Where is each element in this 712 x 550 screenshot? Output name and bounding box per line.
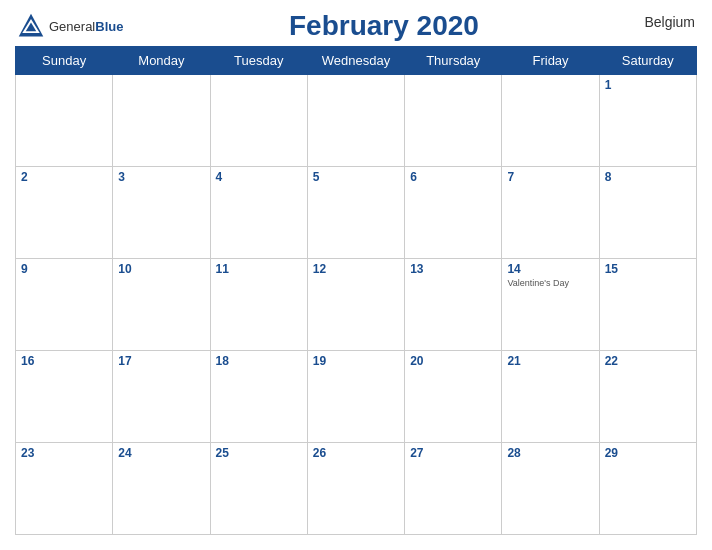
day-number: 29 <box>605 446 691 460</box>
day-number: 6 <box>410 170 496 184</box>
day-number: 17 <box>118 354 204 368</box>
calendar-cell <box>307 75 404 167</box>
day-number: 9 <box>21 262 107 276</box>
calendar-cell: 23 <box>16 443 113 535</box>
day-number: 3 <box>118 170 204 184</box>
calendar-cell: 11 <box>210 259 307 351</box>
weekday-header-sunday: Sunday <box>16 47 113 75</box>
calendar-cell: 18 <box>210 351 307 443</box>
week-row-3: 91011121314Valentine's Day15 <box>16 259 697 351</box>
calendar-cell: 17 <box>113 351 210 443</box>
day-number: 1 <box>605 78 691 92</box>
calendar-header: GeneralBlue February 2020 Belgium <box>15 10 697 42</box>
day-number: 25 <box>216 446 302 460</box>
logo: GeneralBlue <box>17 12 123 40</box>
calendar-cell: 20 <box>405 351 502 443</box>
day-number: 12 <box>313 262 399 276</box>
day-number: 22 <box>605 354 691 368</box>
logo-text: GeneralBlue <box>49 17 123 35</box>
week-row-2: 2345678 <box>16 167 697 259</box>
weekday-header-row: SundayMondayTuesdayWednesdayThursdayFrid… <box>16 47 697 75</box>
logo-general: General <box>49 19 95 34</box>
weekday-header-saturday: Saturday <box>599 47 696 75</box>
calendar-cell <box>113 75 210 167</box>
calendar-cell: 27 <box>405 443 502 535</box>
calendar-table: SundayMondayTuesdayWednesdayThursdayFrid… <box>15 46 697 535</box>
calendar-cell: 26 <box>307 443 404 535</box>
week-row-4: 16171819202122 <box>16 351 697 443</box>
calendar-cell: 28 <box>502 443 599 535</box>
calendar-cell: 1 <box>599 75 696 167</box>
calendar-cell <box>405 75 502 167</box>
country-name: Belgium <box>644 14 695 30</box>
calendar-cell: 15 <box>599 259 696 351</box>
calendar-cell: 25 <box>210 443 307 535</box>
week-row-5: 23242526272829 <box>16 443 697 535</box>
event-label: Valentine's Day <box>507 278 593 288</box>
calendar-cell: 8 <box>599 167 696 259</box>
calendar-cell: 10 <box>113 259 210 351</box>
day-number: 27 <box>410 446 496 460</box>
day-number: 14 <box>507 262 593 276</box>
calendar-cell <box>502 75 599 167</box>
day-number: 10 <box>118 262 204 276</box>
day-number: 16 <box>21 354 107 368</box>
calendar-cell: 29 <box>599 443 696 535</box>
calendar-cell: 5 <box>307 167 404 259</box>
calendar-cell: 3 <box>113 167 210 259</box>
weekday-header-monday: Monday <box>113 47 210 75</box>
calendar-cell: 24 <box>113 443 210 535</box>
day-number: 28 <box>507 446 593 460</box>
calendar-cell: 13 <box>405 259 502 351</box>
calendar-cell: 22 <box>599 351 696 443</box>
calendar-cell: 12 <box>307 259 404 351</box>
weekday-header-thursday: Thursday <box>405 47 502 75</box>
calendar-cell: 9 <box>16 259 113 351</box>
week-row-1: 1 <box>16 75 697 167</box>
calendar-cell: 4 <box>210 167 307 259</box>
weekday-header-tuesday: Tuesday <box>210 47 307 75</box>
calendar-cell: 2 <box>16 167 113 259</box>
calendar-cell <box>210 75 307 167</box>
calendar-cell: 7 <box>502 167 599 259</box>
calendar-cell: 14Valentine's Day <box>502 259 599 351</box>
weekday-header-friday: Friday <box>502 47 599 75</box>
day-number: 15 <box>605 262 691 276</box>
day-number: 11 <box>216 262 302 276</box>
day-number: 7 <box>507 170 593 184</box>
day-number: 4 <box>216 170 302 184</box>
day-number: 24 <box>118 446 204 460</box>
calendar-cell: 19 <box>307 351 404 443</box>
weekday-header-wednesday: Wednesday <box>307 47 404 75</box>
calendar-title: February 2020 <box>123 10 644 42</box>
day-number: 8 <box>605 170 691 184</box>
calendar-cell: 6 <box>405 167 502 259</box>
day-number: 26 <box>313 446 399 460</box>
day-number: 19 <box>313 354 399 368</box>
day-number: 2 <box>21 170 107 184</box>
day-number: 23 <box>21 446 107 460</box>
calendar-cell <box>16 75 113 167</box>
generalblue-logo-icon <box>17 12 45 40</box>
day-number: 18 <box>216 354 302 368</box>
day-number: 20 <box>410 354 496 368</box>
calendar-cell: 21 <box>502 351 599 443</box>
day-number: 5 <box>313 170 399 184</box>
logo-blue: Blue <box>95 19 123 34</box>
day-number: 13 <box>410 262 496 276</box>
calendar-cell: 16 <box>16 351 113 443</box>
day-number: 21 <box>507 354 593 368</box>
